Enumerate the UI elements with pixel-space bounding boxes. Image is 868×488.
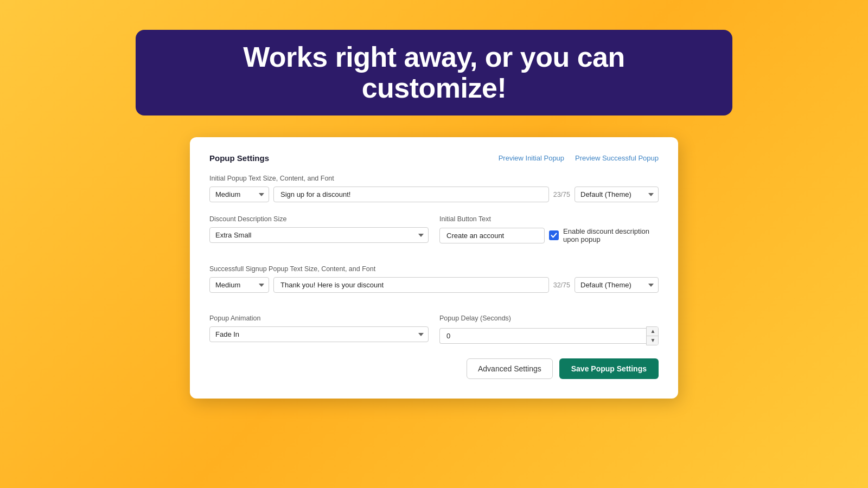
discount-grid: Discount Description Size Extra Small In… <box>209 212 659 243</box>
initial-popup-label: Initial Popup Text Size, Content, and Fo… <box>209 175 659 182</box>
settings-card: Popup Settings Preview Initial Popup Pre… <box>190 137 678 399</box>
advanced-settings-button[interactable]: Advanced Settings <box>467 358 553 379</box>
preview-links: Preview Initial Popup Preview Successful… <box>499 154 659 162</box>
card-header: Popup Settings Preview Initial Popup Pre… <box>209 153 659 163</box>
button-text-group: Initial Button Text Enable discount desc… <box>439 212 659 243</box>
preview-initial-link[interactable]: Preview Initial Popup <box>499 154 564 162</box>
animation-delay-section: Popup Animation Fade In Popup Delay (Sec… <box>209 311 659 345</box>
delay-spinner: ▲ ▼ <box>646 326 659 345</box>
successful-font-select[interactable]: Default (Theme) <box>575 277 659 293</box>
delay-wrapper: ▲ ▼ <box>439 326 659 345</box>
discount-desc-row: Extra Small <box>209 227 429 243</box>
initial-content-input[interactable] <box>273 187 549 202</box>
discount-section: Discount Description Size Extra Small In… <box>209 212 659 243</box>
delay-decrement[interactable]: ▼ <box>647 336 658 345</box>
footer-row: Advanced Settings Save Popup Settings <box>209 358 659 379</box>
successful-popup-section: Successfull Signup Popup Text Size, Cont… <box>209 265 659 293</box>
initial-char-count: 23/75 <box>553 191 570 198</box>
discount-size-select[interactable]: Extra Small <box>209 227 429 243</box>
animation-group: Popup Animation Fade In <box>209 311 429 345</box>
successful-content-input[interactable] <box>273 277 549 293</box>
checkbox-label: Enable discount description upon popup <box>563 227 659 243</box>
animation-select[interactable]: Fade In <box>209 326 429 342</box>
animation-label: Popup Animation <box>209 314 429 322</box>
successful-char-count: 32/75 <box>553 281 570 289</box>
checkbox-group: Enable discount description upon popup <box>549 227 659 243</box>
button-text-row: Enable discount description upon popup <box>439 227 659 243</box>
animation-delay-grid: Popup Animation Fade In Popup Delay (Sec… <box>209 311 659 345</box>
hero-banner: Works right away, or you can customize! <box>136 30 732 115</box>
successful-size-select[interactable]: Medium <box>209 277 269 293</box>
initial-size-select[interactable]: Medium <box>209 187 269 202</box>
initial-font-select[interactable]: Default (Theme) <box>575 187 659 202</box>
card-title: Popup Settings <box>209 153 269 163</box>
delay-group: Popup Delay (Seconds) ▲ ▼ <box>439 311 659 345</box>
delay-input[interactable] <box>439 328 646 344</box>
save-popup-settings-button[interactable]: Save Popup Settings <box>559 358 659 379</box>
button-text-input[interactable] <box>439 228 545 243</box>
button-text-label: Initial Button Text <box>439 215 659 223</box>
initial-popup-row: Medium 23/75 Default (Theme) <box>209 187 659 202</box>
successful-popup-row: Medium 32/75 Default (Theme) <box>209 277 659 293</box>
delay-increment[interactable]: ▲ <box>647 327 658 336</box>
successful-popup-label: Successfull Signup Popup Text Size, Cont… <box>209 265 659 273</box>
enable-discount-checkbox[interactable] <box>549 230 559 240</box>
discount-desc-label: Discount Description Size <box>209 215 429 223</box>
preview-successful-link[interactable]: Preview Successful Popup <box>575 154 659 162</box>
discount-desc-group: Discount Description Size Extra Small <box>209 212 429 243</box>
delay-label: Popup Delay (Seconds) <box>439 314 659 322</box>
initial-popup-section: Initial Popup Text Size, Content, and Fo… <box>209 175 659 202</box>
hero-title: Works right away, or you can customize! <box>168 42 700 104</box>
